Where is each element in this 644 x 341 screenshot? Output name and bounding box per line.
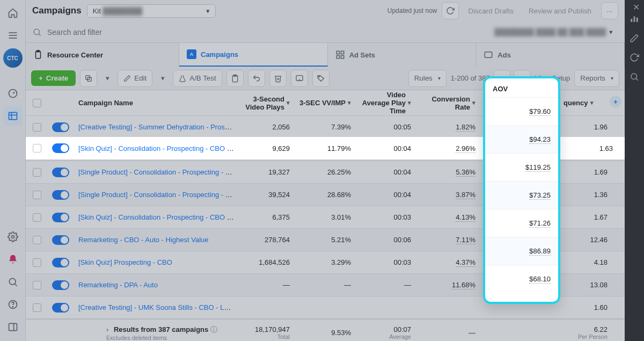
status-toggle[interactable] [52, 213, 69, 222]
row-checkbox[interactable] [33, 236, 41, 244]
row-checkbox[interactable] [33, 123, 41, 132]
col-3sec-vvimp[interactable]: 3-SEC VV/IMP▾ [299, 99, 361, 107]
row-checkbox[interactable] [33, 213, 41, 222]
status-toggle[interactable] [52, 143, 69, 153]
ad-icon [484, 50, 493, 60]
col-frequency[interactable]: quency▾ [564, 99, 617, 107]
search-input[interactable] [47, 28, 484, 37]
abtest-button[interactable]: A/B Test [173, 70, 222, 87]
campaign-link[interactable]: [Creative Testing] - UMK Soona Stills - … [78, 303, 239, 311]
duplicate-button[interactable] [80, 70, 97, 87]
search-icon[interactable] [3, 272, 23, 292]
home-icon[interactable] [3, 3, 23, 23]
svg-rect-23 [336, 51, 339, 54]
aov-callout: AOV $79.60 $94.23 $119.25 $73.25 $71.26 … [483, 76, 560, 304]
add-column-button[interactable]: + [610, 96, 621, 107]
col-avg-play-time[interactable]: Video Average Play Time▾ [361, 91, 421, 115]
edit-icon[interactable] [630, 33, 639, 43]
more-button[interactable]: ··· [601, 2, 618, 19]
campaign-link[interactable]: [Single Product] - Consolidation - Prosp… [78, 168, 239, 176]
grid-icon [335, 50, 345, 60]
row-checkbox[interactable] [33, 168, 41, 177]
row-checkbox[interactable] [33, 191, 41, 199]
close-icon[interactable]: ✕ [633, 2, 640, 12]
export-button[interactable] [291, 70, 308, 87]
status-toggle[interactable] [52, 235, 69, 245]
campaign-link[interactable]: [Creative Testing] - Summer Dehydration … [78, 123, 239, 131]
svg-point-33 [318, 76, 319, 77]
status-toggle[interactable] [52, 258, 69, 267]
svg-rect-24 [341, 51, 343, 54]
tab-campaigns[interactable]: A Campaigns [179, 43, 328, 67]
row-checkbox[interactable] [33, 303, 41, 312]
status-toggle[interactable] [52, 122, 69, 132]
tab-resource-center[interactable]: Resource Center [26, 43, 179, 67]
review-publish-button[interactable]: Review and Publish [523, 4, 597, 18]
gauge-icon[interactable] [3, 84, 23, 103]
menu-icon[interactable] [3, 26, 23, 45]
edit-button[interactable]: Edit [118, 70, 152, 87]
aov-header: AOV [485, 78, 558, 97]
account-selector[interactable]: Kit ████████ ▾ [87, 4, 216, 18]
status-toggle[interactable] [52, 190, 69, 200]
plus-icon: + [39, 74, 43, 82]
campaign-link[interactable]: [Skin Quiz] Prospecting - CBO [78, 258, 172, 266]
copy-button[interactable] [226, 70, 244, 87]
folder-icon: A [187, 49, 196, 59]
status-toggle[interactable] [52, 280, 69, 290]
select-all-checkbox[interactable] [33, 99, 41, 107]
campaign-link[interactable]: Remarketing - DPA - Auto [78, 281, 158, 289]
svg-rect-15 [634, 17, 635, 23]
account-chip[interactable]: ████████ ████ ██ ███ ████ ▾ [489, 26, 618, 38]
account-avatar[interactable]: CTC [3, 48, 23, 68]
tab-ads[interactable]: Ads [476, 43, 625, 67]
campaign-link[interactable]: [Single Product] - Consolidation - Prosp… [78, 191, 239, 199]
campaign-link[interactable]: [Skin Quiz] - Consolidation - Prospectin… [78, 213, 239, 221]
row-checkbox[interactable] [33, 258, 41, 267]
zoom-icon[interactable] [630, 72, 639, 82]
svg-point-17 [631, 74, 637, 79]
svg-rect-16 [636, 18, 638, 22]
status-toggle[interactable] [52, 303, 69, 313]
search-row: ████████ ████ ██ ███ ████ ▾ [26, 21, 625, 43]
delete-button[interactable] [269, 70, 287, 87]
chart-icon[interactable] [630, 14, 639, 24]
col-conversion-rate[interactable]: Conversion Rate▾ [421, 95, 485, 111]
aov-value: $79.60 [529, 107, 551, 116]
row-checkbox[interactable] [33, 281, 41, 289]
row-checkbox[interactable] [33, 144, 41, 153]
aov-value: $71.26 [529, 219, 551, 228]
aov-value: $86.89 [529, 247, 551, 256]
totals-row: › Results from 387 campaigns ⓘ Excludes … [26, 319, 625, 341]
svg-rect-25 [336, 56, 339, 59]
campaign-link[interactable]: Remarketing - CBO - Auto - Highest Value [78, 236, 209, 244]
reports-dropdown[interactable]: Reports [574, 70, 619, 87]
status-toggle[interactable] [52, 168, 69, 177]
rules-dropdown[interactable]: Rules [408, 70, 447, 87]
tag-button[interactable] [312, 70, 330, 87]
table-icon[interactable] [3, 106, 23, 126]
gear-icon[interactable] [3, 227, 23, 246]
right-tool-rail: ✕ [625, 0, 644, 341]
duplicate-dropdown[interactable]: ▾ [101, 70, 113, 87]
svg-line-20 [39, 34, 40, 35]
help-icon[interactable] [3, 295, 23, 314]
campaign-link[interactable]: [Skin Quiz] - Consolidation - Prospectin… [78, 144, 239, 153]
tab-adsets[interactable]: Ad Sets [328, 43, 477, 67]
refresh-button[interactable] [442, 2, 459, 19]
discard-drafts-button[interactable]: Discard Drafts [463, 4, 519, 18]
edit-dropdown[interactable]: ▾ [157, 70, 169, 87]
create-button[interactable]: +Create [31, 70, 76, 86]
col-name[interactable]: Campaign Name [73, 99, 239, 107]
undo-button[interactable] [248, 70, 265, 87]
svg-line-9 [14, 284, 17, 286]
info-icon[interactable]: ⓘ [210, 325, 217, 333]
col-3sec-plays[interactable]: 3-Second Video Plays▾ [239, 95, 299, 111]
chevron-down-icon: ▾ [609, 28, 613, 36]
page-title: Campaigns [32, 5, 82, 16]
bell-icon[interactable] [3, 250, 23, 269]
aov-value: $68.10 [529, 275, 551, 284]
refresh-icon[interactable] [630, 53, 639, 62]
aov-value: $119.25 [525, 163, 551, 172]
panel-icon[interactable] [3, 317, 23, 337]
